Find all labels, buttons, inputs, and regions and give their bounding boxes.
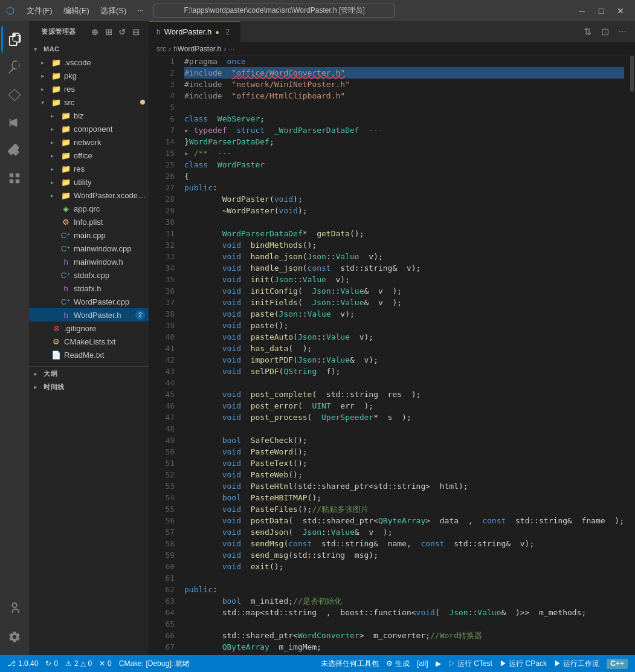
vscode-icon: ⬡ [6, 5, 15, 16]
item-label: network [74, 138, 149, 147]
activity-git[interactable] [1, 82, 28, 108]
build-btn[interactable]: ⚙ 生成 [386, 659, 410, 669]
activity-remote[interactable] [1, 165, 28, 192]
tree-item-src[interactable]: ▾ 📁 src [29, 95, 149, 109]
tree-item-xcodeproj[interactable]: ▸ 📁 WordPaster.xcodeproj [29, 189, 149, 202]
tree-item-main-cpp[interactable]: ▸ C⁺ main.cpp [29, 228, 149, 242]
activity-settings[interactable] [1, 624, 28, 650]
scrollbar-thumb[interactable] [630, 56, 634, 92]
all-label: [all] [417, 659, 428, 668]
menu-edit[interactable]: 编辑(E) [59, 3, 94, 19]
code-editor[interactable]: #pragma once #include "office/WordConver… [179, 56, 629, 672]
window-title: F:\apps\wordpaster\code\mac\src\WordPast… [153, 4, 395, 18]
tree-item-stdafx-cpp[interactable]: ▸ C⁺ stdafx.cpp [29, 268, 149, 282]
menu-more[interactable]: ··· [132, 3, 149, 19]
minimize-button[interactable]: ─ [573, 2, 590, 19]
tree-item-mainwindow-cpp[interactable]: ▸ C⁺ mainwindow.cpp [29, 242, 149, 255]
chevron-right-icon: ▸ [51, 166, 60, 172]
tree-item-wordpaster-h[interactable]: ▸ h WordPaster.h 2 [29, 308, 149, 321]
activity-run[interactable] [1, 109, 28, 136]
code-line-14: }WordParserDataDef; [184, 136, 624, 147]
tree-root-mac[interactable]: ▾ MAC [29, 42, 149, 56]
tree-item-app-qrc[interactable]: ▸ ◈ app.qrc [29, 202, 149, 215]
tree-item-readme[interactable]: ▸ 📄 ReadMe.txt [29, 348, 149, 361]
tree-item-office[interactable]: ▸ 📁 office [29, 149, 149, 162]
code-line-33: void handle_json(Json::Value v); [184, 251, 624, 262]
menu-file[interactable]: 文件(F) [22, 3, 57, 19]
code-line-41: void has_data( ); [184, 343, 624, 354]
tab-close-button[interactable]: 2 [223, 27, 233, 37]
warning-icon: ⚠ [65, 659, 72, 668]
breadcrumb-filename[interactable]: WordPaster.h [178, 45, 221, 53]
cmake-status[interactable]: CMake: [Debug]: 就绪 [119, 659, 190, 669]
open-editors-icon[interactable]: ⇅ [580, 24, 595, 40]
modified-dot [140, 100, 145, 105]
close-button[interactable]: ✕ [612, 2, 629, 19]
svg-rect-1 [16, 173, 19, 177]
tree-item-wordpaster-cpp[interactable]: ▸ C⁺ WordPaster.cpp [29, 295, 149, 308]
item-label: office [74, 151, 149, 160]
code-line-50: void PasteWord(); [184, 446, 624, 457]
activity-account[interactable] [1, 595, 28, 621]
tree-item-network[interactable]: ▸ 📁 network [29, 135, 149, 149]
breadcrumb-h-icon: h [173, 45, 178, 53]
sync-status[interactable]: ↻ 0 [45, 659, 58, 668]
cpp-label: C++ [610, 659, 624, 668]
code-line-47: void post_process( UperSpeeder* s ); [184, 412, 624, 423]
tree-item-plist[interactable]: ▸ ⚙ Info.plist [29, 215, 149, 228]
tab-actions: ⇅ ⊡ ··· [580, 24, 635, 40]
timeline-section[interactable]: ▸ 时间线 [29, 380, 149, 393]
code-line-52: void PasteWeb(); [184, 469, 624, 480]
workflow-btn[interactable]: ▶ 运行工作流 [554, 659, 599, 669]
tree-item-pkg[interactable]: ▸ 📁 pkg [29, 69, 149, 82]
refresh-icon[interactable]: ↺ [117, 26, 128, 38]
folder-icon: 📁 [51, 98, 62, 107]
item-label: mainwindow.cpp [74, 244, 149, 253]
breadcrumb-src[interactable]: src [156, 45, 166, 53]
menu-select[interactable]: 选择(S) [95, 3, 131, 19]
activity-search[interactable] [1, 54, 28, 80]
vertical-scrollbar[interactable] [629, 56, 635, 672]
tree-item-res[interactable]: ▸ 📁 res [29, 162, 149, 175]
file-icon: C⁺ [60, 271, 71, 280]
cpack-btn[interactable]: ▶ 运行 CPack [500, 659, 547, 669]
tree-item-component[interactable]: ▸ 📁 component [29, 122, 149, 135]
new-folder-icon[interactable]: ⊞ [103, 26, 115, 38]
no-kit[interactable]: 未选择任何工具包 [321, 659, 379, 669]
file-icon: h [60, 257, 71, 267]
ctest-btn[interactable]: ▷ 运行 CTest [448, 659, 492, 669]
tree-item-res-top[interactable]: ▸ 📁 res [29, 82, 149, 95]
tree-item-stdafx-h[interactable]: ▸ h stdafx.h [29, 282, 149, 295]
activity-explorer[interactable] [1, 26, 28, 53]
tab-wordpaster-h[interactable]: h WordPaster.h ● 2 [149, 21, 240, 42]
tree-item-cmake[interactable]: ▸ ⚙ CMakeLists.txt [29, 335, 149, 348]
more-actions-icon[interactable]: ··· [615, 24, 630, 39]
play-btn[interactable]: ▶ [436, 659, 441, 669]
breadcrumb-more[interactable]: ··· [228, 45, 234, 53]
all-target[interactable]: [all] [417, 659, 428, 669]
code-line-6: class WebServer; [184, 113, 624, 124]
chevron-right-icon: ▸ [51, 152, 60, 159]
tree-item-utility[interactable]: ▸ 📁 utility [29, 175, 149, 189]
tree-item-biz[interactable]: ▸ 📁 biz [29, 109, 149, 122]
item-label: utility [74, 178, 149, 187]
code-line-39: void paste(); [184, 320, 624, 331]
code-line-58: void sendMsg(const std::string& name, co… [184, 538, 624, 549]
activity-extensions[interactable] [1, 137, 28, 164]
outline-section[interactable]: ▸ 大纲 [29, 367, 149, 380]
code-line-51: void PasteText(); [184, 457, 624, 469]
git-branch[interactable]: ⎇ 1.0.40 [7, 659, 38, 668]
collapse-all-icon[interactable]: ⊟ [131, 26, 142, 38]
warnings-status[interactable]: ⚠ 2 △ 0 [65, 659, 92, 668]
tree-item-mainwindow-h[interactable]: ▸ h mainwindow.h [29, 255, 149, 268]
new-file-icon[interactable]: ⊕ [89, 26, 101, 38]
split-editor-icon[interactable]: ⊡ [598, 24, 613, 40]
tree-item-vscode[interactable]: ▸ 📁 .vscode [29, 56, 149, 69]
errors-status[interactable]: ✕ 0 [99, 659, 112, 668]
tab-modified-indicator: ● [215, 28, 219, 36]
tree-item-gitignore[interactable]: ▸ ⊗ .gitignore [29, 321, 149, 335]
maximize-button[interactable]: □ [593, 2, 610, 19]
code-line-37: void initFields( Json::Value& v ); [184, 297, 624, 308]
folder-icon: 📁 [51, 85, 62, 94]
chevron-right-icon: ▸ [51, 192, 60, 199]
